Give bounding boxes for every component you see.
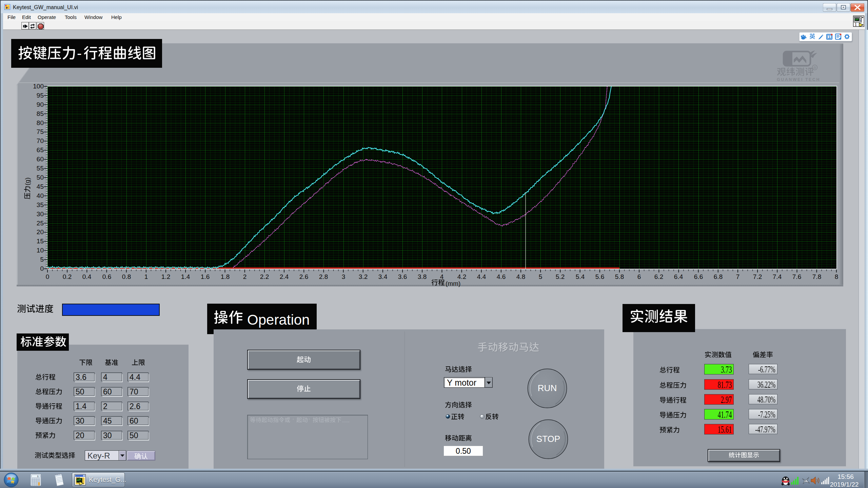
svg-text:6: 6 bbox=[37, 475, 39, 478]
svg-text:Keytest_GW_manual_UI.vi: Keytest_GW_manual_UI.vi bbox=[13, 4, 78, 11]
svg-text:(g): (g) bbox=[24, 178, 31, 185]
svg-text:1: 1 bbox=[854, 22, 857, 27]
svg-text:RUN: RUN bbox=[538, 383, 557, 393]
svg-text:1: 1 bbox=[828, 35, 830, 39]
svg-text:Operation: Operation bbox=[247, 312, 310, 328]
svg-text:STOP: STOP bbox=[536, 434, 560, 444]
